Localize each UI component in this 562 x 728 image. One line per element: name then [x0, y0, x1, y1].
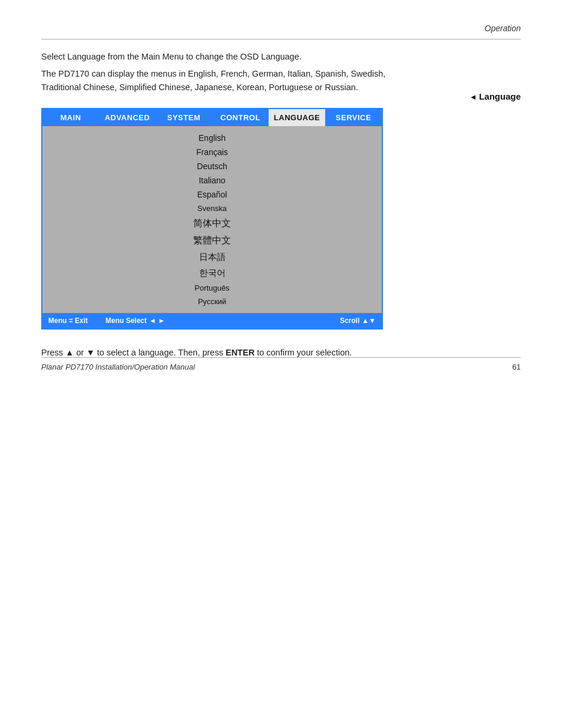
footer-scroll-label: Scroll [340, 317, 359, 325]
osd-footer: Menu = Exit Menu Select ◄ ► Scroll ▲▼ [42, 313, 382, 328]
tab-system[interactable]: SYSTEM [156, 109, 212, 126]
lang-italian[interactable]: Italiano [42, 173, 382, 187]
press-instruction-suffix: to confirm your selection. [254, 348, 352, 357]
osd-menu-wrapper: MAIN ADVANCED SYSTEM CONTROL LANGUAGE SE… [41, 108, 383, 330]
lang-korean[interactable]: 한국어 [42, 265, 382, 281]
footer-exit-label: Menu = Exit [48, 317, 88, 325]
tab-main[interactable]: MAIN [42, 109, 99, 126]
page-number: 61 [513, 363, 521, 371]
intro-line1: Select Language from the Main Menu to ch… [41, 50, 406, 64]
manual-title: Planar PD7170 Installation/Operation Man… [41, 363, 195, 371]
osd-content: English Français Deutsch Italiano Españo… [42, 126, 382, 313]
language-section-label: Language [470, 91, 521, 101]
footer-exit: Menu = Exit [48, 317, 88, 325]
intro-line2: The PD7170 can display the menus in Engl… [41, 67, 406, 94]
header-rule [41, 39, 521, 39]
lang-portuguese[interactable]: Português [42, 281, 382, 295]
left-right-arrows: ◄ ► [149, 317, 165, 325]
lang-simplified-chinese[interactable]: 简体中文 [42, 215, 382, 232]
tab-language[interactable]: LANGUAGE [269, 109, 325, 126]
up-down-arrows: ▲▼ [362, 317, 376, 325]
lang-spanish[interactable]: Español [42, 187, 382, 202]
lang-traditional-chinese[interactable]: 繁體中文 [42, 232, 382, 249]
lang-german[interactable]: Deutsch [42, 159, 382, 173]
page-footer: Planar PD7170 Installation/Operation Man… [41, 357, 521, 371]
lang-french[interactable]: Français [42, 145, 382, 159]
section-header: Operation [485, 24, 521, 33]
lang-english[interactable]: English [42, 131, 382, 145]
tab-advanced[interactable]: ADVANCED [99, 109, 156, 126]
footer-scroll: Scroll ▲▼ [340, 317, 376, 325]
lang-swedish[interactable]: Svenska [42, 202, 382, 215]
footer-select-label: Menu Select [105, 317, 147, 325]
lang-japanese[interactable]: 日本語 [42, 249, 382, 265]
press-instruction-prefix: Press ▲ or ▼ to select a language. Then,… [41, 348, 226, 357]
osd-tabs: MAIN ADVANCED SYSTEM CONTROL LANGUAGE SE… [42, 109, 382, 126]
footer-select: Menu Select ◄ ► [105, 317, 165, 325]
tab-service[interactable]: SERVICE [325, 109, 382, 126]
osd-menu: MAIN ADVANCED SYSTEM CONTROL LANGUAGE SE… [41, 108, 383, 330]
lang-russian[interactable]: Русский [42, 295, 382, 308]
tab-control[interactable]: CONTROL [212, 109, 269, 126]
press-instruction-bold: ENTER [226, 348, 254, 357]
